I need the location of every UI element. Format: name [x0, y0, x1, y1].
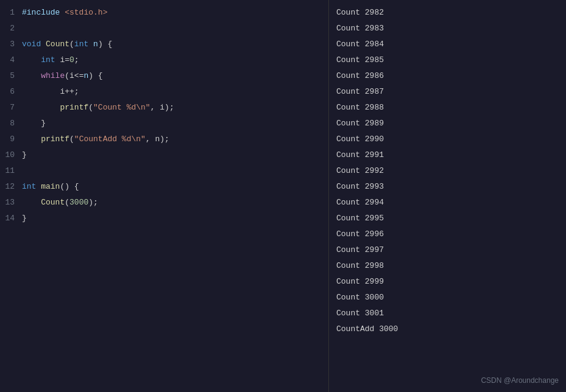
- line-number: 6: [0, 84, 22, 100]
- line-content: int main() {: [22, 179, 79, 195]
- output-line: Count 2998: [336, 258, 559, 274]
- watermark: CSDN @Aroundchange: [481, 376, 559, 385]
- line-number: 12: [0, 179, 22, 195]
- line-number: 4: [0, 52, 22, 68]
- code-line: 9 printf("CountAdd %d\n", n);: [0, 131, 328, 147]
- output-content[interactable]: Count 2982Count 2983Count 2984Count 2985…: [329, 0, 566, 392]
- line-content: printf("Count %d\n", i);: [22, 100, 174, 116]
- output-line: Count 2988: [336, 100, 559, 116]
- output-line: Count 2990: [336, 131, 559, 147]
- line-content: #include <stdio.h>: [22, 5, 107, 21]
- line-content: Count(3000);: [22, 195, 98, 211]
- line-number: 2: [0, 21, 22, 37]
- code-line: 4 int i=0;: [0, 52, 328, 68]
- code-line: 8 }: [0, 116, 328, 131]
- code-line: 3void Count(int n) {: [0, 37, 328, 52]
- line-content: }: [22, 116, 46, 131]
- output-line: Count 2987: [336, 84, 559, 100]
- output-line: Count 3001: [336, 306, 559, 321]
- line-number: 5: [0, 68, 22, 84]
- line-number: 1: [0, 5, 22, 21]
- line-number: 11: [0, 163, 22, 179]
- line-content: }: [22, 211, 27, 226]
- output-line: Count 2992: [336, 163, 559, 179]
- output-line: Count 2995: [336, 211, 559, 226]
- code-line: 6 i++;: [0, 84, 328, 100]
- output-line: Count 2997: [336, 242, 559, 258]
- output-line: Count 2991: [336, 147, 559, 163]
- code-line: 2: [0, 21, 328, 37]
- line-number: 9: [0, 131, 22, 147]
- code-line: 5 while(i<=n) {: [0, 68, 328, 84]
- line-number: 10: [0, 147, 22, 163]
- code-line: 12int main() {: [0, 179, 328, 195]
- code-panel: 1#include <stdio.h>23void Count(int n) {…: [0, 0, 329, 392]
- output-line: Count 2996: [336, 226, 559, 242]
- output-line: Count 2986: [336, 68, 559, 84]
- line-number: 8: [0, 116, 22, 131]
- line-content: i++;: [22, 84, 79, 100]
- code-line: 7 printf("Count %d\n", i);: [0, 100, 328, 116]
- code-line: 13 Count(3000);: [0, 195, 328, 211]
- output-line: Count 3000: [336, 290, 559, 306]
- code-line: 1#include <stdio.h>: [0, 5, 328, 21]
- output-line: Count 2984: [336, 37, 559, 52]
- line-content: void Count(int n) {: [22, 37, 112, 52]
- output-line: CountAdd 3000: [336, 321, 559, 337]
- line-content: printf("CountAdd %d\n", n);: [22, 131, 169, 147]
- line-content: while(i<=n) {: [22, 68, 103, 84]
- output-line: Count 2989: [336, 116, 559, 131]
- code-line: 14}: [0, 211, 328, 226]
- line-number: 7: [0, 100, 22, 116]
- line-content: }: [22, 147, 27, 163]
- output-line: Count 2982: [336, 5, 559, 21]
- code-editor: 1#include <stdio.h>23void Count(int n) {…: [0, 0, 328, 392]
- code-line: 11: [0, 163, 328, 179]
- output-line: Count 2994: [336, 195, 559, 211]
- output-line: Count 2993: [336, 179, 559, 195]
- line-content: int i=0;: [22, 52, 79, 68]
- output-line: Count 2983: [336, 21, 559, 37]
- line-number: 14: [0, 211, 22, 226]
- line-number: 13: [0, 195, 22, 211]
- output-panel: Count 2982Count 2983Count 2984Count 2985…: [329, 0, 566, 392]
- output-line: Count 2999: [336, 274, 559, 290]
- code-line: 10}: [0, 147, 328, 163]
- line-number: 3: [0, 37, 22, 52]
- output-line: Count 2985: [336, 52, 559, 68]
